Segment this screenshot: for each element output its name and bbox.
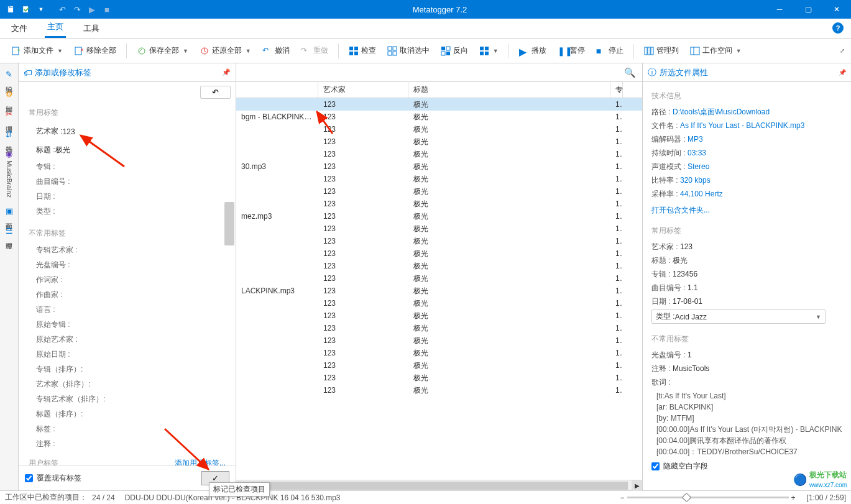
grid-body[interactable]: 123极光1bgm - BLACKPINK.mp3123极光1123极光1123… bbox=[236, 98, 642, 480]
deselect-button[interactable]: 取消选中 bbox=[384, 43, 433, 58]
pause-button[interactable]: ❚❚暂停 bbox=[554, 43, 589, 58]
table-row[interactable]: bgm - BLACKPINK.mp3123极光1 bbox=[236, 111, 642, 123]
progress-slider[interactable]: − + bbox=[620, 493, 796, 502]
scrollbar-thumb[interactable] bbox=[224, 202, 234, 245]
tab-home[interactable]: 主页 bbox=[45, 17, 66, 38]
qat-icon-2[interactable] bbox=[19, 2, 34, 17]
table-row[interactable]: 123极光1 bbox=[236, 148, 642, 160]
stop-button[interactable]: ■停止 bbox=[592, 43, 627, 58]
overwrite-checkbox[interactable] bbox=[25, 474, 33, 482]
field-uncommon[interactable]: 标题（排序）: bbox=[36, 409, 226, 419]
manage-columns-button[interactable]: 管理列 bbox=[640, 43, 683, 58]
table-row[interactable]: 123极光1 bbox=[236, 222, 642, 235]
qat-redo-icon[interactable]: ↷ bbox=[70, 2, 85, 17]
table-row[interactable]: 123极光1 bbox=[236, 334, 642, 347]
minimize-button[interactable]: ─ bbox=[765, 0, 794, 19]
vtab-edit[interactable]: ✎编辑 bbox=[3, 66, 15, 85]
tab-tools[interactable]: 工具 bbox=[81, 19, 102, 38]
field-album[interactable]: 专辑 : bbox=[36, 162, 226, 172]
pin-icon-right[interactable]: 📌 bbox=[839, 69, 846, 76]
table-row[interactable]: 123极光1 bbox=[236, 272, 642, 285]
redo-button[interactable]: ↷重做 bbox=[297, 43, 332, 58]
check-button[interactable]: 检查 bbox=[345, 43, 380, 58]
field-uncommon[interactable]: 原始艺术家 : bbox=[36, 334, 226, 345]
table-row[interactable]: 123极光1 bbox=[236, 185, 642, 198]
table-row[interactable]: 123极光1 bbox=[236, 260, 642, 272]
workspace-button[interactable]: 工作空间▼ bbox=[686, 43, 745, 58]
open-folder-link[interactable]: 打开包含文件夹... bbox=[651, 206, 710, 214]
expand-ribbon-icon[interactable]: ⤢ bbox=[840, 47, 845, 54]
table-row[interactable]: LACKPINK.mp3123极光1 bbox=[236, 285, 642, 297]
field-uncommon[interactable]: 标签 : bbox=[36, 424, 226, 434]
pin-icon[interactable]: 📌 bbox=[222, 68, 231, 76]
qat-undo-icon[interactable]: ↶ bbox=[55, 2, 70, 17]
table-row[interactable]: 123极光1 bbox=[236, 235, 642, 247]
vtab-cover[interactable]: ▣封面 bbox=[3, 203, 15, 221]
help-icon[interactable]: ? bbox=[832, 22, 844, 34]
table-row[interactable]: 123极光1 bbox=[236, 98, 642, 111]
save-all-button[interactable]: 保存全部▼ bbox=[133, 43, 192, 58]
restore-all-button[interactable]: 还原全部▼ bbox=[196, 43, 255, 58]
search-icon[interactable]: 🔍 bbox=[624, 67, 636, 78]
table-row[interactable]: 123极光1 bbox=[236, 322, 642, 334]
qat-stop-icon[interactable]: ■ bbox=[99, 2, 114, 17]
field-uncommon[interactable]: 语言 : bbox=[36, 305, 226, 315]
field-uncommon[interactable]: 光盘编号 : bbox=[36, 260, 226, 270]
table-row[interactable]: 123极光1 bbox=[236, 135, 642, 148]
field-uncommon[interactable]: 作词家 : bbox=[36, 275, 226, 285]
table-row[interactable]: 123极光1 bbox=[236, 173, 642, 185]
qat-icon-1[interactable] bbox=[4, 2, 19, 17]
add-file-button[interactable]: +添加文件▼ bbox=[7, 43, 67, 58]
field-uncommon[interactable]: 作曲家 : bbox=[36, 290, 226, 300]
vtab-musicbrainz[interactable]: ◉MusicBrainz bbox=[4, 145, 14, 201]
play-button[interactable]: ▶播放 bbox=[515, 43, 550, 58]
col-artist[interactable]: 艺术家 bbox=[318, 82, 408, 98]
field-uncommon[interactable]: 原始日期 : bbox=[36, 349, 226, 360]
field-uncommon[interactable]: 艺术家（排序）: bbox=[36, 379, 226, 390]
section-user-tags: 用户标签添加用户标签... bbox=[29, 458, 226, 465]
revert-button[interactable]: ↶ bbox=[200, 86, 231, 99]
field-uncommon[interactable]: 专辑艺术家（排序）: bbox=[36, 394, 226, 405]
undo-button[interactable]: ↶撤消 bbox=[259, 43, 293, 58]
qat-play-icon[interactable]: ▶ bbox=[85, 2, 99, 17]
vtab-organize[interactable]: ☰整理 bbox=[3, 222, 15, 241]
table-row[interactable]: 123极光1 bbox=[236, 297, 642, 309]
tab-file[interactable]: 文件 bbox=[9, 19, 30, 38]
qat-dropdown[interactable]: ▼ bbox=[34, 2, 48, 17]
hide-empty-checkbox[interactable] bbox=[651, 462, 660, 470]
col-n[interactable]: 专 bbox=[610, 82, 623, 98]
genre-select[interactable]: 类型 : Acid Jazz▼ bbox=[651, 309, 826, 324]
grid-h-scrollbar[interactable]: ▶ bbox=[236, 480, 642, 490]
field-artist[interactable]: 艺术家 : 123 bbox=[36, 124, 226, 139]
table-row[interactable]: 123极光1 bbox=[236, 247, 642, 260]
table-row[interactable]: 123极光1 bbox=[236, 384, 642, 396]
remove-all-button[interactable]: ×移除全部 bbox=[70, 43, 120, 58]
table-row[interactable]: 123极光1 bbox=[236, 198, 642, 210]
table-row[interactable]: mez.mp3123极光1 bbox=[236, 210, 642, 222]
maximize-button[interactable]: ▢ bbox=[794, 0, 822, 19]
field-uncommon[interactable]: 专辑艺术家 : bbox=[36, 245, 226, 255]
field-uncommon[interactable]: 注释 : bbox=[36, 439, 226, 449]
table-row[interactable]: 123极光1 bbox=[236, 372, 642, 384]
add-user-tag-link[interactable]: 添加用户标签... bbox=[175, 458, 226, 465]
table-row[interactable]: 123极光1 bbox=[236, 123, 642, 135]
table-row[interactable]: 123极光1 bbox=[236, 359, 642, 372]
field-genre[interactable]: 类型 : bbox=[36, 206, 226, 217]
field-title[interactable]: 标题 : 极光 bbox=[36, 143, 226, 157]
field-uncommon[interactable]: 原始专辑 : bbox=[36, 319, 226, 330]
vtab-script[interactable]: ⚙脚本 bbox=[3, 86, 15, 104]
table-row[interactable]: 30.mp3123极光1 bbox=[236, 160, 642, 173]
invert-button[interactable]: 反向 bbox=[437, 43, 472, 58]
table-row[interactable]: 123极光1 bbox=[236, 309, 642, 322]
vtab-filter[interactable]: ⇵筛选 bbox=[3, 126, 15, 144]
col-title[interactable]: 标题 bbox=[408, 82, 610, 98]
col-file[interactable] bbox=[236, 82, 318, 98]
grid-menu-button[interactable]: ▼ bbox=[476, 44, 502, 58]
vtab-clean[interactable]: ✂清理 bbox=[3, 106, 15, 124]
table-row[interactable]: 123极光1 bbox=[236, 347, 642, 359]
field-track[interactable]: 曲目编号 : bbox=[36, 176, 226, 187]
close-button[interactable]: ✕ bbox=[822, 0, 851, 19]
field-uncommon[interactable]: 专辑（排序）: bbox=[36, 364, 226, 375]
field-date[interactable]: 日期 : bbox=[36, 191, 226, 202]
scroll-right-button[interactable]: ▶ bbox=[632, 480, 642, 491]
